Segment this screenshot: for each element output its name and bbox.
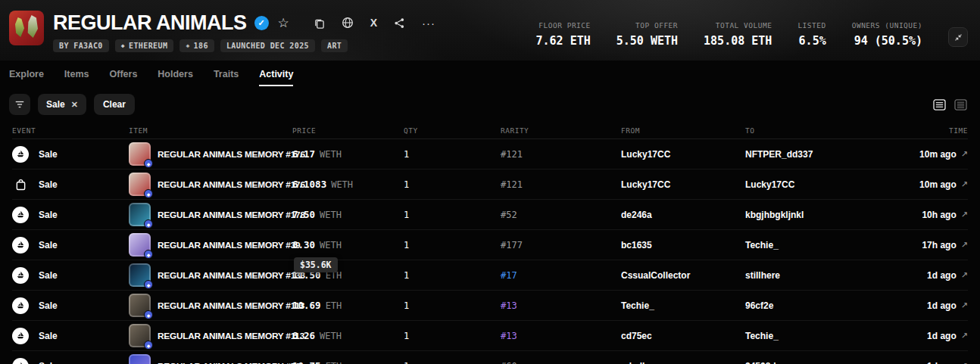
- to-address[interactable]: Techie_: [745, 331, 897, 341]
- rarity-rank[interactable]: #52: [501, 210, 621, 220]
- collection-avatar[interactable]: [9, 11, 44, 45]
- tab-activity[interactable]: Activity: [259, 62, 293, 86]
- quantity: 1: [404, 270, 501, 281]
- time-cell[interactable]: 10h ago ↗: [897, 210, 968, 220]
- item-name[interactable]: REGULAR ANIMALS MEMORY #50: [158, 361, 300, 364]
- time-ago: 1d ago: [927, 300, 957, 311]
- chain-badge[interactable]: ◆ETHEREUM: [115, 39, 174, 52]
- table-row[interactable]: Sale ◆ REGULAR ANIMALS MEMORY #176 6.108…: [12, 170, 968, 200]
- to-address[interactable]: stillhere: [745, 270, 897, 281]
- table-row[interactable]: Sale ◆ REGULAR ANIMALS MEMORY #39 8.30 W…: [12, 230, 968, 260]
- item-thumbnail: ◆: [129, 142, 151, 166]
- time-cell[interactable]: 1d ago ↗: [897, 300, 968, 311]
- time-ago: 17h ago: [922, 240, 956, 250]
- from-address[interactable]: CssualCollector: [621, 270, 745, 281]
- from-address[interactable]: mledlmn: [621, 361, 745, 364]
- table-row[interactable]: Sale ◆ REGULAR ANIMALS MEMORY #113 10.69…: [12, 291, 968, 321]
- item-cell[interactable]: ◆ REGULAR ANIMALS MEMORY #113: [129, 324, 292, 347]
- tab-holders[interactable]: Holders: [158, 62, 193, 86]
- tab-traits[interactable]: Traits: [214, 62, 239, 86]
- watchlist-star-icon[interactable]: ☆: [278, 15, 289, 31]
- item-cell[interactable]: ◆ REGULAR ANIMALS MEMORY #176: [129, 173, 292, 196]
- from-address[interactable]: Lucky17CC: [621, 149, 745, 160]
- copy-icon[interactable]: [314, 17, 325, 29]
- item-name[interactable]: REGULAR ANIMALS MEMORY #39: [158, 240, 300, 250]
- rarity-rank[interactable]: #121: [501, 179, 621, 190]
- remove-filter-icon[interactable]: ✕: [71, 100, 78, 110]
- compact-view-icon[interactable]: [953, 97, 968, 112]
- share-icon[interactable]: [394, 17, 405, 29]
- rarity-rank[interactable]: #17: [501, 270, 621, 281]
- website-globe-icon[interactable]: [342, 17, 354, 29]
- time-cell[interactable]: 17h ago ↗: [897, 240, 968, 250]
- rarity-rank[interactable]: #121: [501, 149, 621, 160]
- event-label: Sale: [39, 149, 58, 160]
- to-address[interactable]: Lucky17CC: [745, 179, 897, 190]
- item-name[interactable]: REGULAR ANIMALS MEMORY #178: [158, 210, 305, 220]
- col-header-rarity: RARITY: [501, 126, 621, 135]
- rarity-rank[interactable]: #177: [501, 240, 621, 250]
- quantity: 1: [404, 210, 501, 220]
- table-row[interactable]: Sale ◆ REGULAR ANIMALS MEMORY #133 11.50…: [12, 260, 968, 291]
- creator-badge[interactable]: BY FA3AC0: [53, 39, 109, 52]
- tab-offers[interactable]: Offers: [110, 62, 138, 86]
- supply-badge[interactable]: ◈186: [179, 39, 214, 52]
- table-row[interactable]: Sale ◆ REGULAR ANIMALS MEMORY #50 10.75 …: [12, 351, 968, 364]
- price-cell: 10.75 ETH: [292, 360, 404, 364]
- item-cell[interactable]: ◆ REGULAR ANIMALS MEMORY #176: [129, 142, 292, 166]
- item-thumbnail: ◆: [129, 233, 151, 257]
- list-view-icon[interactable]: [932, 97, 947, 112]
- time-cell[interactable]: 1d ago ↗: [897, 361, 968, 364]
- table-row[interactable]: Sale ◆ REGULAR ANIMALS MEMORY #113 8.26 …: [12, 321, 968, 351]
- filter-chip-sale[interactable]: Sale ✕: [38, 94, 86, 115]
- item-cell[interactable]: ◆ REGULAR ANIMALS MEMORY #178: [129, 203, 292, 226]
- item-thumbnail: ◆: [129, 263, 151, 287]
- item-name[interactable]: REGULAR ANIMALS MEMORY #113: [158, 331, 304, 341]
- item-cell[interactable]: ◆ REGULAR ANIMALS MEMORY #50: [129, 354, 292, 364]
- rarity-rank[interactable]: #13: [501, 331, 621, 341]
- time-cell[interactable]: 10m ago ↗: [897, 179, 968, 190]
- more-options-icon[interactable]: ···: [422, 17, 435, 30]
- table-row[interactable]: Sale ◆ REGULAR ANIMALS MEMORY #178 7.50 …: [12, 200, 968, 230]
- time-cell[interactable]: 1d ago ↗: [897, 331, 968, 341]
- from-address[interactable]: Lucky17CC: [621, 179, 745, 190]
- event-label: Sale: [39, 270, 58, 281]
- item-name[interactable]: REGULAR ANIMALS MEMORY #133: [158, 270, 305, 281]
- price-cell: 7.50 WETH: [292, 209, 404, 220]
- to-address[interactable]: Techie_: [745, 240, 897, 250]
- from-address[interactable]: de246a: [621, 210, 745, 220]
- eth-chain-badge-icon: ◆: [144, 341, 153, 350]
- filter-icon[interactable]: [9, 94, 30, 115]
- clear-filters-button[interactable]: Clear: [94, 94, 135, 115]
- item-name[interactable]: REGULAR ANIMALS MEMORY #176: [158, 179, 305, 190]
- item-name[interactable]: REGULAR ANIMALS MEMORY #176: [158, 149, 305, 160]
- time-cell[interactable]: 1d ago ↗: [897, 270, 968, 281]
- to-address[interactable]: 96cf2e: [745, 300, 897, 311]
- item-cell[interactable]: ◆ REGULAR ANIMALS MEMORY #39: [129, 233, 292, 257]
- collapse-header-button[interactable]: [948, 27, 968, 47]
- item-cell[interactable]: ◆ REGULAR ANIMALS MEMORY #113: [129, 294, 292, 317]
- tab-explore[interactable]: Explore: [9, 62, 44, 86]
- item-name[interactable]: REGULAR ANIMALS MEMORY #113: [158, 300, 304, 311]
- tab-items[interactable]: Items: [64, 62, 89, 86]
- to-address[interactable]: NFTPER_dd337: [745, 149, 897, 160]
- time-cell[interactable]: 10m ago ↗: [897, 149, 968, 160]
- category-badge[interactable]: ART: [321, 39, 348, 52]
- rarity-rank[interactable]: #13: [501, 300, 621, 311]
- from-address[interactable]: cd75ec: [621, 331, 745, 341]
- price-value: 10.69: [292, 300, 321, 311]
- table-row[interactable]: Sale ◆ REGULAR ANIMALS MEMORY #176 6.17 …: [12, 139, 968, 170]
- item-cell[interactable]: ◆ REGULAR ANIMALS MEMORY #133: [129, 263, 292, 287]
- from-address[interactable]: bc1635: [621, 240, 745, 250]
- col-header-event: EVENT: [12, 126, 129, 135]
- rarity-rank[interactable]: #60: [501, 361, 621, 364]
- filter-bar: Sale ✕ Clear: [0, 86, 980, 123]
- item-thumbnail: ◆: [129, 354, 151, 364]
- to-address[interactable]: kbgjhbgkljnkl: [745, 210, 897, 220]
- col-header-time: TIME: [897, 126, 968, 135]
- quantity: 1: [404, 331, 501, 341]
- x-twitter-icon[interactable]: X: [370, 17, 377, 29]
- from-address[interactable]: Techie_: [621, 300, 745, 311]
- to-address[interactable]: 24508d: [745, 361, 897, 364]
- time-ago: 10m ago: [919, 149, 957, 160]
